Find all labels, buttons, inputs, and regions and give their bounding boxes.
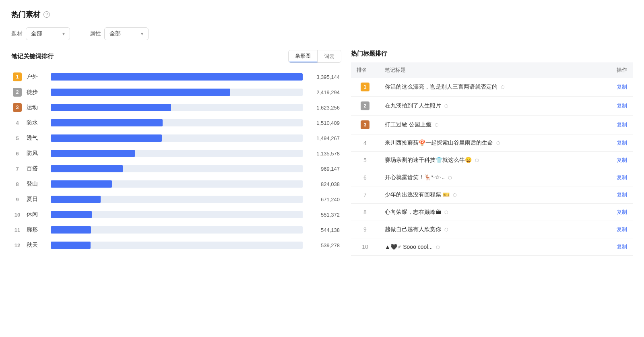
- title-rank-cell: 6: [351, 169, 379, 186]
- title-text: 你活的这么漂亮，岂是别人三言两语就否定的: [385, 83, 497, 90]
- title-action-cell: 复制: [609, 97, 633, 116]
- subject-filter-item: 题材 全部 ▾: [11, 27, 70, 40]
- keyword-count: 1,494,267: [308, 135, 340, 141]
- keyword-section-header: 笔记关键词排行 条形图 词云: [11, 50, 341, 63]
- attribute-select[interactable]: 全部 ▾: [104, 27, 149, 40]
- page-container: 热门素材 ? 题材 全部 ▾ 属性 全部 ▾ 笔记关键词排行 条形图: [0, 0, 644, 337]
- title-text: 打工过敏 公园上瘾: [385, 121, 431, 128]
- table-row: 9 越做自己越有人欣赏你 ⬡ 复制: [351, 221, 633, 238]
- bar-chart-button[interactable]: 条形图: [289, 50, 318, 62]
- subject-select[interactable]: 全部 ▾: [26, 27, 70, 40]
- table-row: 6 开心就露齿笑！🦌*·☆·.. ⬡ 复制: [351, 169, 633, 186]
- subject-value: 全部: [31, 30, 42, 37]
- title-action-cell: 复制: [609, 78, 633, 97]
- title-rank-cell: 2: [351, 97, 379, 116]
- keyword-section-title: 笔记关键词排行: [11, 53, 54, 60]
- keyword-count: 2,419,294: [308, 89, 340, 95]
- keyword-row: 5 透气 1,494,267: [11, 130, 341, 146]
- subject-label: 题材: [11, 30, 23, 37]
- table-row: 8 心向荣耀，志在巅峰🏔 ⬡ 复制: [351, 204, 633, 221]
- copy-button[interactable]: 复制: [617, 121, 627, 128]
- copy-button[interactable]: 复制: [617, 157, 627, 164]
- table-row: 7 少年的出逃没有回程票 🎫 ⬡ 复制: [351, 186, 633, 204]
- title-text: 赛场亲测的速干科技👕就这么牛😄: [385, 157, 472, 163]
- bar-container: [51, 226, 303, 234]
- title-rank-plain: 7: [363, 192, 367, 198]
- keyword-name: 徒步: [27, 89, 46, 96]
- rank-badge-12: 12: [13, 241, 22, 250]
- rank-badge-1: 1: [13, 72, 22, 81]
- attribute-value: 全部: [109, 30, 121, 37]
- keyword-count: 824,038: [308, 181, 340, 187]
- rank-badge-4: 4: [13, 118, 22, 127]
- external-link-icon: ⬡: [444, 210, 448, 215]
- title-rank-badge-3: 3: [361, 120, 369, 129]
- title-rank-plain: 8: [363, 209, 367, 215]
- keyword-name: 透气: [27, 134, 46, 142]
- bar-fill: [51, 196, 101, 203]
- title-action-cell: 复制: [609, 238, 633, 256]
- bar-fill: [51, 89, 230, 96]
- external-link-icon: ⬡: [501, 85, 505, 90]
- bar-container: [51, 104, 303, 111]
- help-icon[interactable]: ?: [43, 11, 50, 18]
- title-rank-plain: 9: [363, 226, 367, 233]
- keyword-count: 3,395,144: [308, 74, 340, 80]
- bar-container: [51, 89, 303, 96]
- title-rank-cell: 1: [351, 78, 379, 97]
- rank-badge-8: 8: [13, 180, 22, 188]
- bar-fill: [51, 180, 112, 188]
- page-title-row: 热门素材 ?: [11, 10, 633, 19]
- keyword-row: 11 廓形 544,138: [11, 222, 341, 238]
- keyword-name: 夏日: [27, 196, 46, 203]
- table-row: 10 ▲🖤♂︎ Sooo cool... ⬡ 复制: [351, 238, 633, 256]
- title-rank-cell: 10: [351, 238, 379, 256]
- keyword-name: 登山: [27, 180, 46, 188]
- keyword-count: 544,138: [308, 227, 340, 233]
- copy-button[interactable]: 复制: [617, 226, 627, 233]
- title-rank-cell: 9: [351, 221, 379, 238]
- keyword-row: 4 防水 1,510,409: [11, 115, 341, 130]
- main-content: 笔记关键词排行 条形图 词云 1 户外 3,395,144 2 徒步 2,419…: [11, 50, 633, 256]
- title-rank-badge-2: 2: [361, 101, 369, 110]
- title-rank-plain: 6: [363, 174, 367, 181]
- keyword-count: 1,135,578: [308, 151, 340, 157]
- title-text-cell: 来川西捡蘑菇🍄一起探索山谷里雨后的生命 ⬡: [379, 134, 609, 152]
- rank-badge-2: 2: [13, 88, 22, 97]
- keyword-row: 1 户外 3,395,144: [11, 69, 341, 85]
- title-action-cell: 复制: [609, 116, 633, 134]
- title-rank-cell: 5: [351, 152, 379, 169]
- keyword-panel: 笔记关键词排行 条形图 词云 1 户外 3,395,144 2 徒步 2,419…: [11, 50, 341, 256]
- keyword-row: 7 百搭 969,147: [11, 161, 341, 176]
- keyword-count: 551,372: [308, 212, 340, 218]
- title-text-cell: 打工过敏 公园上瘾 ⬡: [379, 116, 609, 134]
- copy-button[interactable]: 复制: [617, 139, 627, 147]
- title-table: 排名 笔记标题 操作 1 你活的这么漂亮，岂是别人三言两语就否定的 ⬡ 复制 2…: [351, 62, 633, 256]
- title-text: 开心就露齿笑！🦌*·☆·..: [385, 174, 445, 180]
- external-link-icon: ⬡: [444, 103, 448, 109]
- copy-button[interactable]: 复制: [617, 243, 627, 250]
- title-rank-badge-1: 1: [361, 83, 369, 91]
- copy-button[interactable]: 复制: [617, 209, 627, 216]
- filter-divider: [80, 28, 80, 40]
- title-action-cell: 复制: [609, 152, 633, 169]
- title-rank-cell: 7: [351, 186, 379, 204]
- title-action-cell: 复制: [609, 221, 633, 238]
- copy-button[interactable]: 复制: [617, 191, 627, 198]
- bar-fill: [51, 242, 91, 249]
- external-link-icon: ⬡: [496, 141, 500, 146]
- bar-fill: [51, 104, 171, 111]
- copy-button[interactable]: 复制: [617, 83, 627, 91]
- keyword-count: 539,278: [308, 242, 340, 248]
- word-cloud-button[interactable]: 词云: [318, 50, 341, 62]
- attribute-filter-item: 属性 全部 ▾: [90, 27, 149, 40]
- bar-container: [51, 165, 303, 172]
- keyword-name: 廓形: [27, 226, 46, 234]
- table-row: 5 赛场亲测的速干科技👕就这么牛😄 ⬡ 复制: [351, 152, 633, 169]
- keyword-count: 1,510,409: [308, 120, 340, 126]
- keyword-name: 防风: [27, 150, 46, 157]
- title-text-cell: 越做自己越有人欣赏你 ⬡: [379, 221, 609, 238]
- copy-button[interactable]: 复制: [617, 102, 627, 110]
- copy-button[interactable]: 复制: [617, 174, 627, 181]
- keyword-row: 2 徒步 2,419,294: [11, 85, 341, 100]
